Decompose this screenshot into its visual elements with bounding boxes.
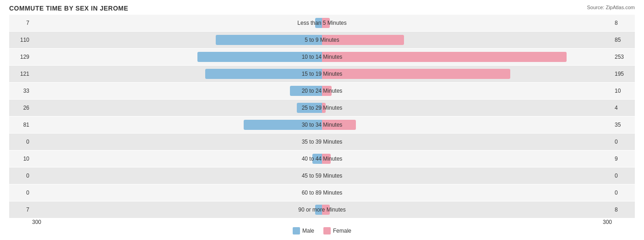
bars-center: 45 to 59 Minutes <box>32 167 612 184</box>
female-bar <box>322 120 356 130</box>
male-bar <box>315 205 322 215</box>
female-bar-wrap <box>322 69 510 79</box>
male-bar <box>216 35 322 45</box>
female-swatch <box>323 227 331 234</box>
male-bar <box>205 69 322 79</box>
left-value: 7 <box>9 20 32 26</box>
female-bar-wrap <box>322 52 567 62</box>
right-value: 9 <box>612 156 635 162</box>
bar-row: 7Less than 5 Minutes8 <box>9 15 635 31</box>
bars-center: Less than 5 Minutes <box>32 15 612 31</box>
female-bar-wrap <box>322 154 331 164</box>
female-bar <box>322 103 326 113</box>
left-value: 110 <box>9 37 32 43</box>
left-value: 129 <box>9 54 32 60</box>
axis-max: 300 <box>603 219 612 225</box>
bars-center: 90 or more Minutes <box>32 201 612 218</box>
bar-row: 035 to 39 Minutes0 <box>9 134 635 150</box>
left-value: 121 <box>9 71 32 77</box>
left-value: 0 <box>9 139 32 145</box>
bar-label: 35 to 39 Minutes <box>302 139 343 145</box>
bars-center: 35 to 39 Minutes <box>32 134 612 150</box>
male-bar-wrap <box>315 205 322 215</box>
bar-row: 060 to 89 Minutes0 <box>9 184 635 201</box>
male-bar <box>315 18 322 28</box>
male-bar <box>244 120 322 130</box>
male-bar <box>290 86 322 96</box>
legend-female: Female <box>323 227 351 234</box>
right-value: 8 <box>612 207 635 213</box>
female-bar <box>322 205 330 215</box>
right-value: 195 <box>612 71 635 77</box>
right-value: 253 <box>612 54 635 60</box>
female-bar-wrap <box>322 18 330 28</box>
left-value: 33 <box>9 88 32 94</box>
female-bar-wrap <box>322 86 332 96</box>
bars-center: 60 to 89 Minutes <box>32 184 612 201</box>
bars-center: 40 to 44 Minutes <box>32 151 612 167</box>
male-bar <box>297 103 322 113</box>
right-value: 8 <box>612 20 635 26</box>
bar-row: 1040 to 44 Minutes9 <box>9 151 635 167</box>
female-bar-wrap <box>322 120 356 130</box>
left-value: 0 <box>9 173 32 179</box>
female-bar-wrap <box>322 103 326 113</box>
bar-row: 12910 to 14 Minutes253 <box>9 49 635 65</box>
bar-row: 1105 to 9 Minutes85 <box>9 32 635 48</box>
left-value: 81 <box>9 122 32 128</box>
bars-center: 20 to 24 Minutes <box>32 83 612 99</box>
female-bar-wrap <box>322 205 330 215</box>
right-value: 85 <box>612 37 635 43</box>
axis-min: 300 <box>32 219 41 225</box>
right-value: 4 <box>612 105 635 111</box>
bars-center: 30 to 34 Minutes <box>32 117 612 133</box>
right-value: 0 <box>612 173 635 179</box>
female-bar <box>322 86 332 96</box>
bar-label: 60 to 89 Minutes <box>302 190 343 196</box>
bar-label: 45 to 59 Minutes <box>302 173 343 179</box>
left-value: 26 <box>9 105 32 111</box>
right-value: 10 <box>612 88 635 94</box>
rows-area: 7Less than 5 Minutes81105 to 9 Minutes85… <box>9 15 635 218</box>
male-bar-wrap <box>315 18 322 28</box>
chart-title: COMMUTE TIME BY SEX IN JEROME <box>9 5 635 12</box>
bar-row: 3320 to 24 Minutes10 <box>9 83 635 99</box>
right-value: 35 <box>612 122 635 128</box>
left-value: 10 <box>9 156 32 162</box>
bar-row: 8130 to 34 Minutes35 <box>9 117 635 133</box>
male-bar-wrap <box>312 154 322 164</box>
female-bar <box>322 35 404 45</box>
male-bar-wrap <box>290 86 322 96</box>
bars-center: 5 to 9 Minutes <box>32 32 612 48</box>
female-bar-wrap <box>322 35 404 45</box>
male-bar <box>312 154 322 164</box>
bottom-axis: 300 300 <box>9 219 635 225</box>
female-bar <box>322 69 510 79</box>
male-bar-wrap <box>244 120 322 130</box>
bars-center: 15 to 19 Minutes <box>32 66 612 82</box>
bars-center: 25 to 29 Minutes <box>32 100 612 116</box>
bar-row: 045 to 59 Minutes0 <box>9 167 635 184</box>
legend-male: Male <box>293 227 314 234</box>
male-bar-wrap <box>205 69 322 79</box>
left-value: 7 <box>9 207 32 213</box>
male-bar <box>197 52 322 62</box>
chart-container: COMMUTE TIME BY SEX IN JEROME Source: Zi… <box>0 0 644 240</box>
female-bar <box>322 52 567 62</box>
bars-center: 10 to 14 Minutes <box>32 49 612 65</box>
male-bar-wrap <box>197 52 322 62</box>
right-value: 0 <box>612 139 635 145</box>
legend-area: Male Female <box>9 227 635 234</box>
right-value: 0 <box>612 190 635 196</box>
bar-row: 12115 to 19 Minutes195 <box>9 66 635 82</box>
female-bar <box>322 154 331 164</box>
male-label: Male <box>302 228 314 234</box>
male-swatch <box>293 227 300 234</box>
bar-row: 2625 to 29 Minutes4 <box>9 100 635 116</box>
left-value: 0 <box>9 190 32 196</box>
bar-row: 790 or more Minutes8 <box>9 201 635 218</box>
male-bar-wrap <box>216 35 322 45</box>
source-text: Source: ZipAtlas.com <box>587 5 635 10</box>
female-bar <box>322 18 330 28</box>
male-bar-wrap <box>297 103 322 113</box>
